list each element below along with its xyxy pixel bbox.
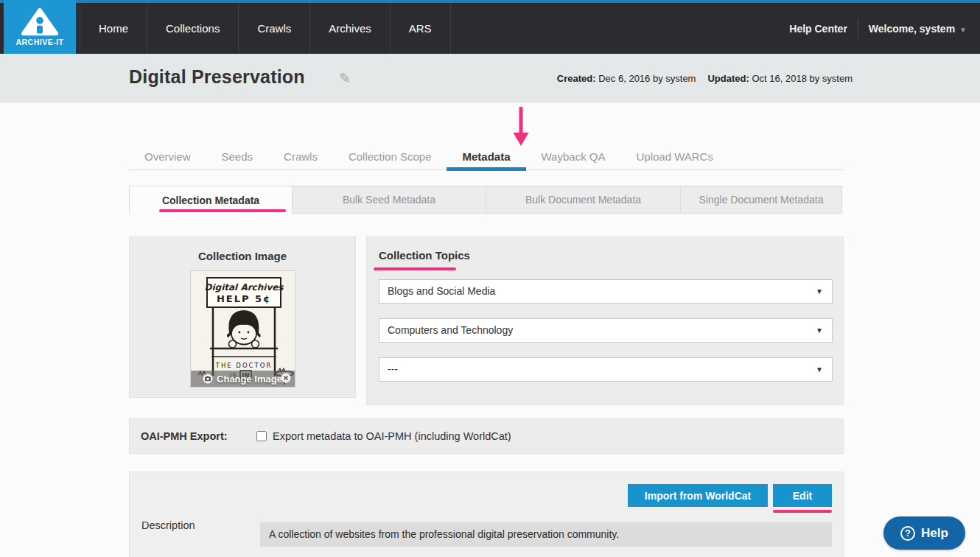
annotation-underline-collection-metadata [159, 209, 286, 212]
oai-pmh-export-row: OAI-PMH Export: Export metadata to OAI-P… [129, 418, 844, 454]
top-navigation-bar: ARCHIVE-IT Home Collections Crawls Archi… [0, 0, 980, 54]
description-label: Description [141, 519, 195, 531]
nav-item-crawls[interactable]: Crawls [239, 3, 310, 54]
chevron-down-icon: ▼ [816, 358, 823, 381]
tab-overview[interactable]: Overview [129, 144, 206, 170]
tab-crawls[interactable]: Crawls [268, 144, 333, 170]
tab-wayback-qa[interactable]: Wayback QA [526, 144, 621, 170]
user-menu[interactable]: Welcome, system▼ [869, 23, 967, 35]
topbar-right: Help Center Welcome, system▼ [789, 3, 967, 54]
camera-icon [203, 374, 213, 384]
annotation-underline-edit [773, 510, 832, 513]
annotation-arrow-metadata-icon [511, 106, 531, 147]
collection-image: Digital Archives HELP 5¢ THE DOCTOR [190, 270, 295, 388]
change-image-button[interactable]: Change Image [191, 371, 295, 387]
question-mark-icon: ? [900, 526, 915, 541]
metadata-subtab-bar: Collection Metadata Bulk Seed Metadata B… [129, 186, 844, 214]
collection-topics-title: Collection Topics [379, 249, 470, 262]
oai-pmh-export-checkbox[interactable] [256, 431, 267, 441]
nav-item-archives[interactable]: Archives [310, 3, 391, 54]
nav-item-collections[interactable]: Collections [147, 3, 239, 54]
updated-date: Updated: Oct 16, 2018 by system [707, 72, 853, 83]
edit-button[interactable]: Edit [773, 484, 832, 507]
topic-dropdown-1-value: Blogs and Social Media [388, 285, 495, 297]
collection-tab-bar: Overview Seeds Crawls Collection Scope M… [129, 144, 844, 170]
subtab-single-document-metadata[interactable]: Single Document Metadata [680, 186, 842, 214]
subtab-collection-metadata[interactable]: Collection Metadata [129, 186, 293, 214]
archive-it-logo-mark-icon [21, 8, 59, 36]
subtab-bulk-seed-metadata[interactable]: Bulk Seed Metadata [292, 186, 486, 214]
description-panel: Import from WorldCat Edit Description A … [129, 472, 844, 557]
collection-header: Digital Preservation ✎ Created: Dec 6, 2… [0, 54, 980, 102]
oai-pmh-export-label: OAI-PMH Export: [141, 430, 256, 442]
page: ARCHIVE-IT Home Collections Crawls Archi… [0, 0, 980, 557]
svg-text:THE DOCTOR: THE DOCTOR [214, 362, 272, 369]
help-button-label: Help [921, 526, 948, 541]
collection-dates: Created: Dec 6, 2016 by system Updated: … [557, 72, 853, 83]
topic-dropdown-1[interactable]: Blogs and Social Media ▼ [379, 279, 833, 304]
chevron-down-icon: ▼ [816, 280, 823, 303]
topic-dropdown-3[interactable]: --- ▼ [379, 357, 833, 382]
collection-image-panel: Collection Image Digital Archives HELP 5… [129, 237, 356, 398]
remove-image-icon[interactable] [281, 373, 291, 383]
svg-text:HELP 5¢: HELP 5¢ [216, 293, 270, 304]
tab-collection-scope[interactable]: Collection Scope [333, 144, 447, 170]
annotation-underline-collection-topics [374, 267, 456, 270]
topic-dropdown-2[interactable]: Computers and Technology ▼ [379, 318, 833, 343]
logo-wordmark: ARCHIVE-IT [15, 38, 63, 46]
svg-text:Digital Archives: Digital Archives [204, 282, 284, 292]
help-button[interactable]: ? Help [883, 516, 965, 550]
created-date: Created: Dec 6, 2016 by system [557, 72, 696, 83]
page-title: Digital Preservation [129, 66, 305, 88]
chevron-down-icon: ▼ [816, 319, 823, 342]
user-menu-caret-icon: ▼ [959, 26, 967, 34]
tab-seeds[interactable]: Seeds [206, 144, 269, 170]
nav-item-home[interactable]: Home [80, 3, 147, 54]
topbar-separator [858, 19, 858, 38]
topic-dropdown-2-value: Computers and Technology [388, 324, 513, 336]
edit-title-pencil-icon[interactable]: ✎ [339, 69, 351, 86]
import-from-worldcat-button[interactable]: Import from WorldCat [628, 484, 768, 507]
nav-item-ars[interactable]: ARS [391, 3, 451, 54]
welcome-label: Welcome, system [869, 23, 955, 35]
topic-dropdown-3-value: --- [388, 363, 398, 375]
tab-metadata[interactable]: Metadata [447, 144, 525, 170]
collection-topics-panel: Collection Topics Blogs and Social Media… [366, 237, 844, 405]
archive-it-logo[interactable]: ARCHIVE-IT [4, 0, 76, 54]
subtab-bulk-document-metadata[interactable]: Bulk Document Metadata [486, 186, 681, 214]
tab-upload-warcs[interactable]: Upload WARCs [620, 144, 728, 170]
oai-pmh-export-checkbox-label: Export metadata to OAI-PMH (including Wo… [273, 430, 511, 442]
primary-nav: Home Collections Crawls Archives ARS [80, 3, 451, 54]
description-value: A collection of websites from the profes… [260, 522, 832, 547]
collection-image-title: Collection Image [130, 237, 355, 262]
help-center-link[interactable]: Help Center [789, 23, 847, 35]
change-image-label: Change Image [217, 374, 282, 385]
